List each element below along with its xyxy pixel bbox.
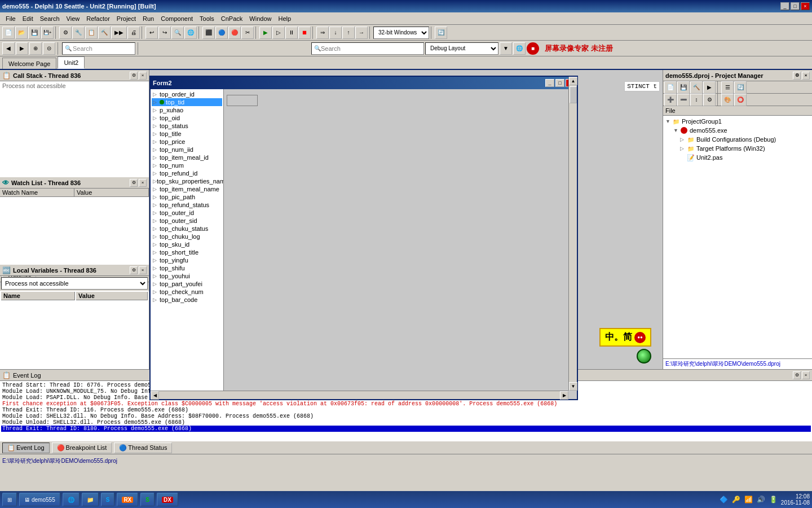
tree-item-top-order-id[interactable]: ▷ top_order_id — [152, 90, 222, 98]
tab-unit2[interactable]: Unit2 — [58, 56, 85, 69]
run-btn[interactable]: ▶ — [259, 27, 272, 39]
tree-item-p-xuhao[interactable]: ▷ p_xuhao — [152, 106, 222, 114]
step-out-btn[interactable]: ↑ — [342, 27, 355, 39]
toolbar-new-btn[interactable]: 📄 — [2, 27, 15, 39]
pm-config-btn[interactable]: ⚙ — [793, 72, 801, 80]
tree-item-24[interactable]: ▷ top_part_youfei — [152, 280, 222, 288]
watch-list-close-btn[interactable]: × — [139, 179, 147, 187]
tree-item-8[interactable]: ▷ top_item_meal_id — [152, 154, 222, 161]
pm-item-projectgroup[interactable]: ▼ 📁 ProjectGroup1 — [664, 117, 811, 126]
toolbar-btn15[interactable]: ⬛ — [202, 27, 215, 39]
start-button[interactable]: ⊞ — [2, 493, 17, 506]
tree-item-23[interactable]: ▷ top_youhui — [152, 272, 222, 280]
call-stack-close-btn[interactable]: × — [139, 72, 147, 80]
run-to-btn[interactable]: → — [355, 27, 368, 39]
toolbar-btn6[interactable]: 🔧 — [72, 27, 85, 39]
toolbar-btn18[interactable]: ✂ — [241, 27, 254, 39]
tree-item-15[interactable]: ▷ top_outer_id — [152, 209, 222, 217]
tree-item-5[interactable]: ▷ top_title — [152, 130, 222, 138]
tree-item-19[interactable]: ▷ top_sku_id — [152, 240, 222, 248]
pm-tb2-btn6[interactable]: ⭕ — [734, 94, 747, 106]
pm-item-build-configs[interactable]: ▷ 📁 Build Configurations (Debug) — [664, 135, 811, 144]
scroll-left-arrow[interactable]: ◀ — [151, 391, 159, 400]
watch-list-config-btn[interactable]: ⚙ — [130, 179, 138, 187]
layout-dropdown[interactable]: Debug Layout — [425, 42, 498, 55]
green-circle-btn[interactable] — [637, 349, 651, 364]
taskbar-rx-btn[interactable]: RX — [117, 493, 138, 506]
tree-item-25[interactable]: ▷ top_check_num — [152, 288, 222, 296]
taskbar-s2-btn[interactable]: S — [140, 493, 155, 506]
pm-tb2-btn4[interactable]: ⚙ — [703, 94, 716, 106]
menu-file[interactable]: File — [2, 14, 19, 23]
pm-item-demo555exe[interactable]: ▼ demo555.exe — [664, 126, 811, 135]
tree-item-13[interactable]: ▷ top_pic_path — [152, 193, 222, 201]
pm-close-btn[interactable]: × — [802, 72, 810, 80]
menu-help[interactable]: Help — [275, 14, 294, 23]
stop-btn[interactable]: ⏹ — [298, 27, 311, 39]
pm-tb2-btn1[interactable]: ➕ — [664, 94, 677, 106]
footer-tab-breakpoint-list[interactable]: 🔴 Breakpoint List — [52, 443, 112, 453]
toolbar-btn12[interactable]: ↪ — [158, 27, 171, 39]
menu-view[interactable]: View — [63, 14, 83, 23]
tree-item-17[interactable]: ▷ top_chuku_status — [152, 225, 222, 233]
menu-project[interactable]: Project — [113, 14, 139, 23]
menu-tools[interactable]: Tools — [196, 14, 218, 23]
toolbar-btn11[interactable]: ↩ — [145, 27, 158, 39]
step-over-btn[interactable]: ↓ — [329, 27, 342, 39]
event-log-config-btn[interactable]: ⚙ — [793, 371, 801, 379]
footer-tab-thread-status[interactable]: 🔵 Thread Status — [114, 443, 172, 453]
footer-tab-event-log[interactable]: 📋 Event Log — [2, 443, 50, 453]
toolbar-btn9[interactable]: ▶▶ — [111, 27, 127, 39]
scroll-up-arrow[interactable]: ▲ — [569, 77, 577, 85]
pause-btn[interactable]: ⏸ — [285, 27, 298, 39]
tree-item-7[interactable]: ▷ top_num_iid — [152, 146, 222, 154]
platform-dropdown[interactable]: 32-bit Windows — [373, 27, 429, 39]
minimize-button[interactable]: _ — [780, 2, 789, 10]
pm-item-target-platforms[interactable]: ▷ 📁 Target Platforms (Win32) — [664, 144, 811, 153]
menu-run[interactable]: Run — [139, 14, 157, 23]
toolbar-saveall-btn[interactable]: 💾+ — [41, 27, 54, 39]
toolbar-btn7[interactable]: 📋 — [85, 27, 98, 39]
tree-item-12[interactable]: ▷ top_item_meal_name — [152, 185, 222, 193]
pm-tb2-btn3[interactable]: ↕ — [690, 94, 703, 106]
pm-tb-new[interactable]: 📄 — [664, 81, 677, 94]
toolbar-btn-x[interactable]: 🔄 — [435, 27, 447, 39]
stop-circle-btn[interactable]: ■ — [527, 42, 539, 55]
tree-item-11[interactable]: ▷ top_sku_properties_nam — [152, 177, 222, 185]
tb2-layout-btn[interactable]: ▼ — [500, 42, 512, 55]
tree-item-6[interactable]: ▷ top_price — [152, 138, 222, 146]
tree-item-16[interactable]: ▷ top_outer_sid — [152, 217, 222, 225]
toolbar-btn8[interactable]: 🔨 — [98, 27, 111, 39]
tb2-btn1[interactable]: ◀ — [2, 42, 15, 55]
scroll-down-arrow[interactable]: ▼ — [569, 382, 577, 391]
pm-item-unit2pas[interactable]: 📝 Unit2.pas — [664, 153, 811, 162]
toolbar-save-btn[interactable]: 💾 — [28, 27, 41, 39]
tree-item-22[interactable]: ▷ top_shifu — [152, 264, 222, 272]
form2-minimize-btn[interactable]: _ — [545, 79, 554, 87]
toolbar-open-btn[interactable]: 📂 — [15, 27, 28, 39]
pm-tb-btn5[interactable]: ☰ — [721, 81, 734, 94]
tree-item-top-oid[interactable]: ▷ top_oid — [152, 114, 222, 122]
run-btn2[interactable]: ▷ — [272, 27, 285, 39]
toolbar-btn16[interactable]: 🔵 — [215, 27, 228, 39]
pm-tb-run[interactable]: ▶ — [703, 81, 716, 94]
toolbar-btn13[interactable]: 🔍 — [171, 27, 184, 39]
call-stack-config-btn[interactable]: ⚙ — [130, 72, 138, 80]
tree-item-9[interactable]: ▷ top_num — [152, 161, 222, 169]
local-vars-config-btn[interactable]: ⚙ — [130, 266, 138, 274]
tree-item-21[interactable]: ▷ top_yingfu — [152, 256, 222, 264]
pm-tb-save[interactable]: 💾 — [677, 81, 690, 94]
scroll-right-arrow[interactable]: ▶ — [560, 391, 568, 400]
taskbar-s-btn[interactable]: S — [101, 493, 115, 506]
tab-welcome-page[interactable]: Welcome Page — [2, 58, 56, 69]
pm-tb-btn6[interactable]: 🔄 — [734, 81, 747, 94]
tree-item-20[interactable]: ▷ top_short_title — [152, 248, 222, 256]
menu-refactor[interactable]: Refactor — [83, 14, 113, 23]
tree-item-4[interactable]: ▷ top_status — [152, 122, 222, 130]
pm-tb-build[interactable]: 🔨 — [690, 81, 703, 94]
tb2-btn3[interactable]: ⊕ — [29, 42, 42, 55]
toolbar-btn17[interactable]: 🔴 — [228, 27, 241, 39]
taskbar-ie[interactable]: 🌐 — [63, 493, 80, 506]
local-vars-process-dropdown[interactable]: Process not accessible — [1, 277, 148, 290]
scroll-thumb[interactable] — [570, 86, 577, 103]
